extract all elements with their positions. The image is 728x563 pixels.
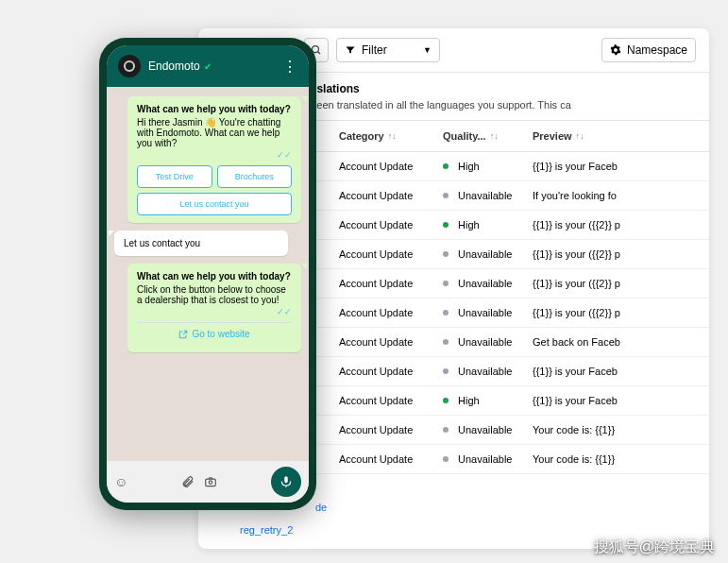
attach-icon[interactable] (181, 475, 195, 488)
cell-quality: Unavailable (443, 366, 533, 377)
link-reg-retry[interactable]: reg_retry_2 (227, 524, 293, 536)
filter-label: Filter (362, 43, 387, 57)
chat-name: Endomoto ✔ (148, 60, 275, 73)
cell-quality: Unavailable (443, 278, 533, 289)
phone-mockup: Endomoto ✔ ⋮ What can we help you with t… (99, 38, 316, 510)
cell-category: Account Update (339, 395, 443, 406)
cell-category: Account Update (339, 248, 443, 260)
sort-icon: ↑↓ (388, 131, 397, 141)
sort-icon: ↑↓ (490, 131, 499, 141)
mic-icon (279, 475, 293, 488)
filter-dropdown[interactable]: Filter ▼ (336, 38, 440, 62)
chat-menu[interactable]: ⋮ (282, 58, 297, 76)
read-ticks-icon: ✓✓ (137, 150, 292, 160)
phone-screen: Endomoto ✔ ⋮ What can we help you with t… (107, 45, 309, 503)
mic-button[interactable] (271, 467, 301, 497)
sort-icon: ↑↓ (576, 131, 584, 141)
cell-category: Account Update (339, 161, 443, 172)
cell-preview: {{1}} is your Faceb (533, 366, 696, 377)
cell-category: Account Update (339, 307, 443, 318)
camera-icon[interactable] (204, 475, 217, 488)
svg-point-3 (209, 481, 212, 484)
col-quality[interactable]: Quality...↑↓ (443, 130, 533, 142)
cell-preview: {{1}} is your Faceb (533, 161, 696, 172)
emoji-icon[interactable]: ☺ (114, 474, 127, 489)
cell-preview: Your code is: {{1}} (533, 453, 696, 465)
namespace-label: Namespace (627, 43, 687, 57)
gear-icon (610, 44, 621, 56)
filter-icon (345, 44, 356, 56)
chip-test-drive[interactable]: Test Drive (137, 165, 212, 188)
avatar[interactable] (118, 55, 141, 77)
cell-quality: Unavailable (443, 336, 533, 348)
watermark: 搜狐号@跨境宝典 (594, 537, 715, 557)
cell-preview: {{1}} is your ({{2}} p (533, 248, 696, 260)
svg-line-1 (318, 52, 321, 55)
cell-quality: High (443, 161, 533, 172)
msg2-title: What can we help you with today? (137, 271, 292, 282)
cell-quality: Unavailable (443, 190, 533, 201)
msg1-body: Hi there Jasmin 👋 You're chatting with E… (137, 117, 292, 148)
chat-header: Endomoto ✔ ⋮ (107, 45, 309, 87)
go-to-website-button[interactable]: Go to website (137, 322, 292, 345)
cell-preview: {{1}} is your ({{2}} p (533, 278, 696, 289)
cell-quality: Unavailable (443, 424, 533, 435)
bot-message-2: What can we help you with today? Click o… (127, 264, 301, 352)
cell-category: Account Update (339, 336, 443, 348)
cell-category: Account Update (339, 453, 443, 465)
chat-body: What can we help you with today? Hi ther… (107, 87, 309, 461)
cell-preview: Get back on Faceb (533, 336, 696, 348)
cell-quality: Unavailable (443, 307, 533, 318)
bot-message-1: What can we help you with today? Hi ther… (127, 96, 301, 223)
cell-category: Account Update (339, 190, 443, 201)
cell-preview: {{1}} is your ({{2}} p (533, 307, 696, 318)
user-message: Let us contact you (114, 230, 288, 256)
chevron-down-icon: ▼ (423, 45, 432, 55)
cell-quality: Unavailable (443, 453, 533, 465)
cell-quality: High (443, 219, 533, 230)
chat-input-bar: ☺ (107, 461, 309, 503)
cell-category: Account Update (339, 366, 443, 377)
namespace-dropdown[interactable]: Namespace (601, 38, 696, 62)
verified-icon: ✔ (204, 61, 212, 72)
external-link-icon (178, 330, 188, 339)
cell-category: Account Update (339, 219, 443, 230)
cell-preview: If you're looking fo (533, 190, 696, 201)
msg1-title: What can we help you with today? (137, 104, 292, 114)
col-preview[interactable]: Preview↑↓ (533, 130, 696, 142)
read-ticks-icon: ✓✓ (137, 307, 292, 316)
svg-rect-2 (206, 479, 216, 486)
cell-preview: Your code is: {{1}} (533, 424, 696, 435)
cell-category: Account Update (339, 278, 443, 289)
col-category[interactable]: Category↑↓ (339, 130, 443, 142)
msg2-body: Click on the button below to choose a de… (137, 284, 292, 305)
cell-category: Account Update (339, 424, 443, 435)
cell-preview: {{1}} is your Faceb (533, 395, 696, 406)
cell-quality: Unavailable (443, 248, 533, 260)
cell-quality: High (443, 395, 533, 406)
chip-brochures[interactable]: Brochures (217, 165, 293, 188)
chip-contact[interactable]: Let us contact you (137, 193, 292, 215)
cell-preview: {{1}} is your ({{2}} p (533, 219, 696, 230)
